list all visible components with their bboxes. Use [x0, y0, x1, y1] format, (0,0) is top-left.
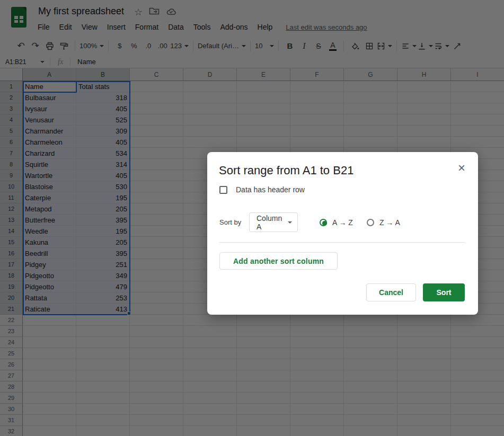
dialog-divider — [219, 242, 465, 243]
sort-column-dropdown[interactable]: Column A — [249, 212, 298, 232]
sort-button[interactable]: Sort — [423, 283, 465, 301]
cancel-button[interactable]: Cancel — [366, 283, 416, 301]
dropdown-caret-icon — [288, 221, 292, 224]
radio-ascending[interactable] — [320, 219, 327, 226]
header-row-checkbox-label: Data has header row — [236, 185, 305, 194]
radio-descending[interactable] — [367, 219, 374, 226]
close-icon[interactable]: × — [458, 162, 465, 174]
sort-by-label: Sort by — [219, 218, 249, 226]
radio-ascending-label: A → Z — [332, 218, 353, 227]
dialog-title: Sort range from A1 to B21 — [219, 164, 353, 177]
header-row-checkbox[interactable] — [219, 186, 227, 194]
radio-descending-label: Z → A — [379, 218, 400, 227]
add-sort-column-button[interactable]: Add another sort column — [219, 252, 338, 270]
sort-column-value: Column A — [257, 214, 286, 231]
sort-range-dialog: Sort range from A1 to B21 × Data has hea… — [207, 152, 478, 315]
